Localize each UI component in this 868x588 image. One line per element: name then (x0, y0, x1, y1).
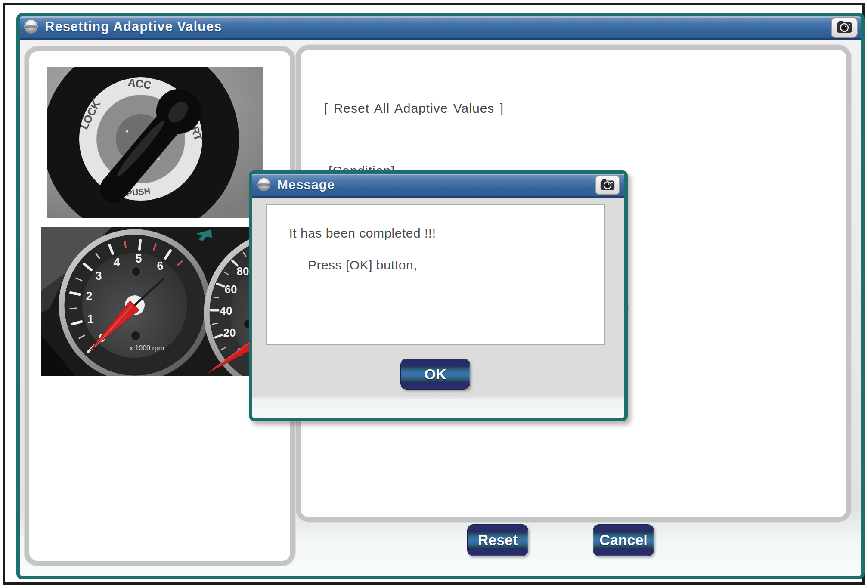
tach-number: 3 (95, 269, 102, 282)
message-box (266, 204, 605, 345)
message-dialog: Message It has been completed !!! Press (249, 170, 628, 421)
reset-button[interactable]: Reset (467, 524, 528, 556)
tach-number: 5 (135, 252, 142, 265)
camera-capture-button[interactable] (831, 17, 858, 38)
message-line-1: It has been completed !!! (272, 226, 453, 241)
message-line-2: Press [OK] button, (272, 258, 453, 272)
dialog-title: Message (277, 177, 335, 192)
dialog-sphere-icon (257, 178, 270, 191)
procedure-heading: [ Reset All Adaptive Values ] (324, 101, 504, 116)
tachometer-image: 0 1 2 3 4 5 6 x 1000 rpm (41, 227, 258, 376)
speed-number: 40 (220, 304, 232, 317)
speed-number: 20 (223, 326, 236, 339)
camera-icon (836, 20, 853, 35)
tach-number: 6 (157, 260, 163, 272)
window-title: Resetting Adaptive Values (45, 19, 222, 34)
message-dialog-body: Message It has been completed !!! Press (252, 174, 624, 418)
titlebar-highlight (20, 16, 861, 18)
ignition-key-image: LOCK ACC START PUSH (47, 67, 263, 218)
tach-number: 1 (87, 313, 93, 325)
window-sphere-icon (24, 20, 38, 34)
dialog-camera-button[interactable] (595, 175, 620, 195)
speed-number: 60 (225, 283, 237, 296)
main-titlebar[interactable]: Resetting Adaptive Values (20, 16, 861, 40)
main-window-body: Resetting Adaptive Values (20, 16, 861, 576)
main-window: Resetting Adaptive Values (16, 13, 865, 579)
tach-number: 2 (86, 290, 92, 303)
tachometer-dial: 0 1 2 3 4 5 6 x 1000 rpm (62, 232, 208, 376)
tach-unit-label: x 1000 rpm (130, 344, 164, 352)
dialog-content: It has been completed !!! Press [OK] but… (252, 198, 624, 418)
dialog-titlebar[interactable]: Message (252, 174, 624, 198)
cancel-button[interactable]: Cancel (593, 524, 654, 556)
tach-number: 4 (113, 256, 120, 269)
camera-icon (600, 178, 615, 192)
dialog-titlebar-highlight (252, 174, 624, 175)
ok-button[interactable]: OK (400, 359, 470, 390)
speed-number: 80 (237, 265, 249, 278)
